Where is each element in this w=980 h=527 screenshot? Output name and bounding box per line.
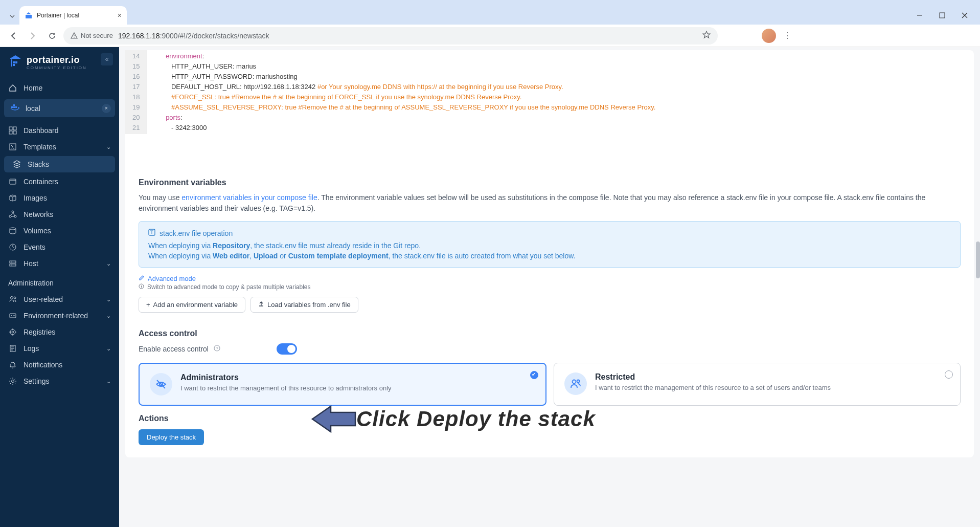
access-control-title: Access control <box>139 329 961 338</box>
editor-gutter: 1415161718192021 <box>125 50 147 134</box>
security-indicator[interactable]: Not secure <box>71 32 113 39</box>
svg-point-32 <box>11 315 12 316</box>
web-editor[interactable]: 1415161718192021 environment: HTTP_AUTH_… <box>125 50 974 134</box>
back-button[interactable] <box>5 28 21 44</box>
sidebar-item-label: Settings <box>24 377 50 385</box>
restricted-option-title: Restricted <box>595 372 831 382</box>
sidebar-item-label: Stacks <box>28 160 49 168</box>
add-env-variable-button[interactable]: + Add an environment variable <box>139 297 245 313</box>
svg-point-44 <box>12 380 14 383</box>
restricted-radio-icon <box>945 370 953 379</box>
sidebar-item-images[interactable]: Images <box>0 190 119 206</box>
main-content: 1415161718192021 environment: HTTP_AUTH_… <box>119 47 980 527</box>
sidebar-item-label: Host <box>24 259 38 268</box>
deploy-stack-button[interactable]: Deploy the stack <box>139 429 204 445</box>
logo-name: portainer.io <box>27 55 87 65</box>
svg-rect-15 <box>9 131 12 134</box>
help-icon[interactable]: ? <box>214 345 220 353</box>
sidebar-item-user[interactable]: User-related⌄ <box>0 291 119 308</box>
sidebar-item-bell[interactable]: Notifications <box>0 357 119 373</box>
address-bar[interactable]: Not secure 192.168.1.18:9000/#!/2/docker… <box>63 27 718 45</box>
chevron-down-icon: ⌄ <box>106 313 111 319</box>
administrators-option[interactable]: Administrators I want to restrict the ma… <box>139 363 546 406</box>
sidebar-item-logs[interactable]: Logs⌄ <box>0 340 119 357</box>
forward-button[interactable] <box>25 28 41 44</box>
tab-dropdown-button[interactable] <box>5 8 19 25</box>
reload-button[interactable] <box>44 28 60 44</box>
users-icon <box>564 372 587 395</box>
containers-icon <box>8 178 17 186</box>
environment-close-button[interactable]: × <box>102 104 111 113</box>
svg-rect-8 <box>13 64 15 66</box>
sidebar-home[interactable]: Home <box>0 80 119 96</box>
svg-point-27 <box>11 261 11 262</box>
env-docs-link[interactable]: environment variables in your compose fi… <box>181 193 317 202</box>
minimize-button[interactable] <box>908 8 931 23</box>
sidebar-item-stacks[interactable]: Stacks <box>4 156 115 172</box>
browser-menu-button[interactable]: ⋮ <box>779 31 795 40</box>
admin-section-header: Administration <box>0 272 119 291</box>
restricted-option[interactable]: Restricted I want to restrict the manage… <box>554 363 961 406</box>
svg-point-21 <box>9 215 11 217</box>
enable-access-label: Enable access control <box>139 345 209 353</box>
sidebar-item-templates[interactable]: Templates⌄ <box>0 139 119 155</box>
sidebar-collapse-button[interactable]: « <box>101 53 113 65</box>
tab-close-button[interactable]: × <box>118 11 122 19</box>
svg-rect-12 <box>13 104 15 106</box>
logo[interactable]: portainer.io COMMUNITY EDITION « <box>0 47 119 80</box>
sidebar-item-env[interactable]: Environment-related⌄ <box>0 308 119 324</box>
sidebar-item-label: Environment-related <box>24 312 88 320</box>
sidebar-item-label: Logs <box>24 344 39 353</box>
events-icon <box>8 243 17 251</box>
sidebar-item-label: Networks <box>24 210 53 218</box>
info-circle-icon <box>139 283 144 291</box>
browser-tab[interactable]: Portainer | local × <box>19 6 127 25</box>
scrollbar-thumb[interactable] <box>976 241 980 278</box>
env-icon <box>8 312 17 320</box>
chevron-down-icon: ⌄ <box>106 260 111 267</box>
maximize-button[interactable] <box>931 8 953 23</box>
sidebar-item-dashboard[interactable]: Dashboard <box>0 122 119 139</box>
sidebar-item-gear[interactable]: Settings⌄ <box>0 373 119 389</box>
advanced-mode-link[interactable]: Advanced mode <box>139 275 961 282</box>
sidebar-item-label: User-related <box>24 295 63 303</box>
stack-env-info-box: stack.env file operation When deploying … <box>139 221 961 268</box>
sidebar-item-host[interactable]: Host⌄ <box>0 255 119 272</box>
svg-rect-18 <box>10 179 16 184</box>
editor-content[interactable]: environment: HTTP_AUTH_USER: marius HTTP… <box>147 50 663 134</box>
sidebar-item-label: Events <box>24 243 45 251</box>
environment-name: local <box>26 104 40 113</box>
access-control-toggle[interactable] <box>277 343 297 355</box>
svg-point-20 <box>12 211 14 213</box>
svg-rect-6 <box>13 61 15 63</box>
logs-icon <box>8 344 17 353</box>
logo-subtitle: COMMUNITY EDITION <box>27 65 87 70</box>
bookmark-star-icon[interactable] <box>702 31 711 40</box>
env-description: You may use environment variables in you… <box>139 192 961 214</box>
svg-rect-9 <box>11 106 13 108</box>
dashboard-icon <box>8 126 17 135</box>
load-env-file-button[interactable]: Load variables from .env file <box>250 297 358 313</box>
not-secure-label: Not secure <box>81 32 113 39</box>
env-section-title: Environment variables <box>139 178 961 187</box>
svg-rect-26 <box>10 264 16 266</box>
close-window-button[interactable] <box>953 8 976 23</box>
sidebar-item-label: Dashboard <box>24 126 59 135</box>
sidebar-item-registries[interactable]: Registries <box>0 324 119 340</box>
svg-point-22 <box>14 215 16 217</box>
environment-tag[interactable]: local × <box>4 99 115 117</box>
sidebar-item-events[interactable]: Events <box>0 239 119 255</box>
chevron-down-icon: ⌄ <box>106 345 111 352</box>
svg-rect-7 <box>15 61 17 63</box>
svg-point-54 <box>577 380 580 383</box>
portainer-logo-icon <box>8 54 22 71</box>
svg-rect-14 <box>13 127 16 130</box>
admin-option-description: I want to restrict the management of thi… <box>180 384 392 392</box>
access-control-section: Access control Enable access control ? A… <box>125 321 974 414</box>
sidebar-item-containers[interactable]: Containers <box>0 173 119 190</box>
profile-avatar[interactable] <box>762 29 776 43</box>
sidebar-item-networks[interactable]: Networks <box>0 206 119 223</box>
images-icon <box>8 194 17 202</box>
info-icon <box>148 229 155 237</box>
sidebar-item-volumes[interactable]: Volumes <box>0 223 119 239</box>
